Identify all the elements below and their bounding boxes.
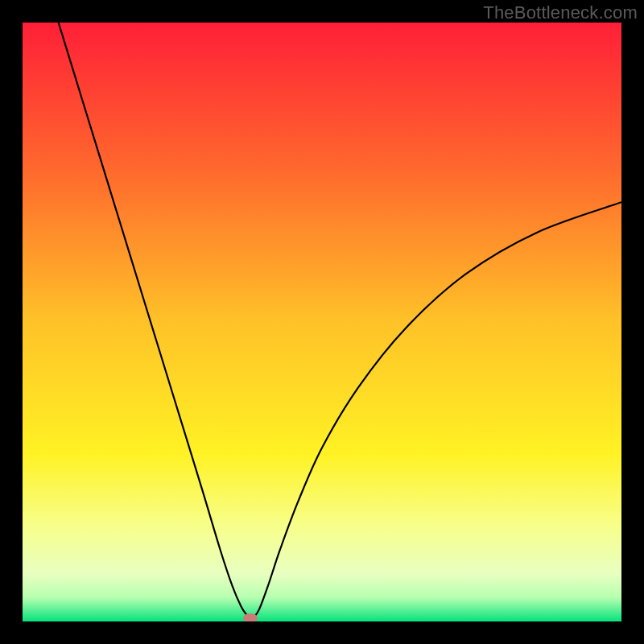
plot-svg bbox=[23, 23, 621, 621]
chart-container: TheBottleneck.com bbox=[0, 0, 644, 644]
gradient-background bbox=[23, 23, 621, 621]
minimum-marker bbox=[243, 613, 258, 621]
plot-area bbox=[23, 23, 621, 621]
watermark-text: TheBottleneck.com bbox=[483, 2, 638, 23]
